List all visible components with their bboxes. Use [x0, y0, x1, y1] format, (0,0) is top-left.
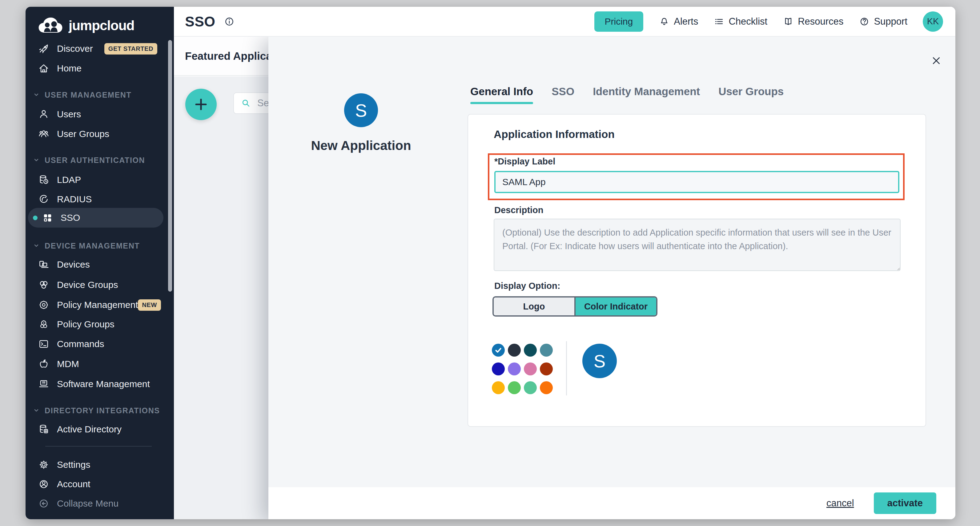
modal-title: New Application [284, 138, 438, 153]
home-icon [38, 62, 49, 74]
jumpcloud-logo[interactable]: jumpcloud [36, 15, 134, 36]
color-swatch[interactable] [540, 344, 553, 357]
color-swatch[interactable] [540, 362, 553, 375]
color-indicator-option[interactable]: Color Indicator [576, 298, 656, 316]
tab-general-info[interactable]: General Info [470, 85, 533, 104]
sidebar-item-user-groups[interactable]: User Groups [28, 124, 164, 144]
app-window: jumpcloud Discover GET STARTED Home USER… [25, 7, 955, 519]
sidebar-item-commands[interactable]: Commands [28, 334, 164, 354]
sidebar-scrollbar[interactable] [168, 40, 172, 292]
active-indicator-dot [33, 215, 38, 220]
logo-option[interactable]: Logo [494, 298, 576, 316]
checklist-button[interactable]: Checklist [713, 16, 767, 27]
card-heading: Application Information [494, 128, 615, 140]
pricing-button[interactable]: Pricing [594, 11, 644, 32]
support-button[interactable]: Support [859, 16, 907, 27]
color-swatch[interactable] [524, 344, 537, 357]
policy-icon [38, 299, 49, 311]
resources-button[interactable]: Resources [783, 16, 843, 27]
sidebar-item-label: Software Management [57, 379, 150, 389]
sidebar-item-settings[interactable]: Settings [28, 455, 164, 475]
terminal-icon [38, 338, 49, 350]
jumpcloud-wordmark: jumpcloud [68, 18, 134, 33]
sidebar-item-collapse-menu[interactable]: Collapse Menu [28, 494, 164, 513]
color-swatch[interactable] [508, 362, 521, 375]
section-title: USER AUTHENTICATION [45, 156, 145, 165]
sso-grid-icon [41, 212, 53, 223]
sidebar-item-account[interactable]: Account [28, 474, 164, 494]
cancel-button[interactable]: cancel [824, 497, 856, 509]
color-swatch[interactable] [492, 381, 505, 394]
chevron-down-icon [32, 242, 40, 250]
sidebar-item-label: Discover [57, 43, 93, 54]
collapse-arrow-icon [38, 498, 49, 509]
sidebar-item-label: Policy Management [57, 300, 138, 310]
close-icon [931, 54, 941, 67]
close-button[interactable] [929, 54, 943, 67]
color-preview-circle: S [582, 344, 617, 378]
color-swatch[interactable] [524, 362, 537, 375]
info-icon[interactable] [223, 16, 235, 27]
color-palette [492, 344, 553, 394]
sidebar-item-device-groups[interactable]: Device Groups [28, 275, 164, 295]
sidebar-item-devices[interactable]: Devices [28, 255, 164, 274]
checklist-label: Checklist [729, 16, 767, 27]
sidebar-item-label: Commands [57, 339, 104, 349]
sidebar-item-policy-management[interactable]: Policy Management NEW [28, 295, 164, 315]
policy-groups-icon [38, 319, 49, 330]
radar-icon [38, 193, 49, 205]
display-option-toggle: Logo Color Indicator [492, 296, 657, 317]
sidebar-item-sso[interactable]: SSO [28, 208, 164, 228]
color-swatch[interactable] [524, 381, 537, 394]
account-icon [38, 478, 49, 490]
sidebar-item-label: Device Groups [57, 280, 118, 290]
sidebar-section-directory-integrations[interactable]: DIRECTORY INTEGRATIONS [32, 403, 165, 418]
description-textarea[interactable] [494, 218, 900, 271]
color-swatch-selected[interactable] [492, 344, 505, 357]
add-application-button[interactable] [185, 89, 217, 120]
alerts-button[interactable]: Alerts [659, 16, 698, 27]
sidebar-item-active-directory[interactable]: Active Directory [28, 419, 164, 439]
database-clock-icon [38, 174, 49, 186]
sidebar-item-users[interactable]: Users [28, 104, 164, 124]
color-swatch[interactable] [508, 381, 521, 394]
sidebar-item-mdm[interactable]: MDM [28, 354, 164, 374]
sidebar-item-policy-groups[interactable]: Policy Groups [28, 314, 164, 334]
sidebar-item-home[interactable]: Home [28, 59, 164, 78]
get-started-badge: GET STARTED [104, 43, 157, 54]
sidebar-section-user-authentication[interactable]: USER AUTHENTICATION [32, 153, 165, 167]
activate-button[interactable]: activate [874, 493, 936, 514]
color-swatch[interactable] [540, 381, 553, 394]
section-title: DEVICE MANAGEMENT [45, 241, 140, 250]
devices-icon [38, 259, 49, 270]
new-badge: NEW [138, 299, 161, 311]
sidebar-section-user-management[interactable]: USER MANAGEMENT [32, 88, 165, 102]
plus-icon [193, 96, 209, 112]
topbar-actions: Pricing Alerts Checklist Resourc [594, 11, 943, 32]
color-swatch[interactable] [508, 344, 521, 357]
sidebar-item-label: Account [57, 479, 90, 489]
sidebar-item-radius[interactable]: RADIUS [28, 190, 164, 209]
tab-user-groups[interactable]: User Groups [718, 85, 784, 104]
gear-icon [38, 459, 49, 470]
tab-identity-management[interactable]: Identity Management [593, 85, 700, 104]
topbar: SSO Pricing Alerts Checklist [174, 7, 955, 37]
sidebar-section-device-management[interactable]: DEVICE MANAGEMENT [32, 238, 165, 253]
user-icon [38, 108, 49, 120]
tab-sso[interactable]: SSO [552, 85, 574, 104]
display-label-input[interactable] [494, 171, 899, 193]
sidebar-item-label: Policy Groups [57, 319, 115, 330]
sidebar-item-discover[interactable]: Discover GET STARTED [28, 39, 164, 59]
venn-icon [38, 279, 49, 291]
chevron-down-icon [32, 406, 40, 414]
sidebar-item-ldap[interactable]: LDAP [28, 170, 164, 190]
color-swatch[interactable] [492, 362, 505, 375]
sidebar-item-software-management[interactable]: Software Management [28, 374, 164, 394]
sidebar-item-label: Settings [57, 459, 90, 470]
apple-icon [38, 358, 49, 370]
sidebar-item-label: LDAP [57, 175, 81, 185]
question-icon [859, 16, 870, 27]
user-group-icon [38, 128, 49, 140]
avatar[interactable]: KK [923, 11, 943, 32]
software-laptop-icon [38, 378, 49, 390]
